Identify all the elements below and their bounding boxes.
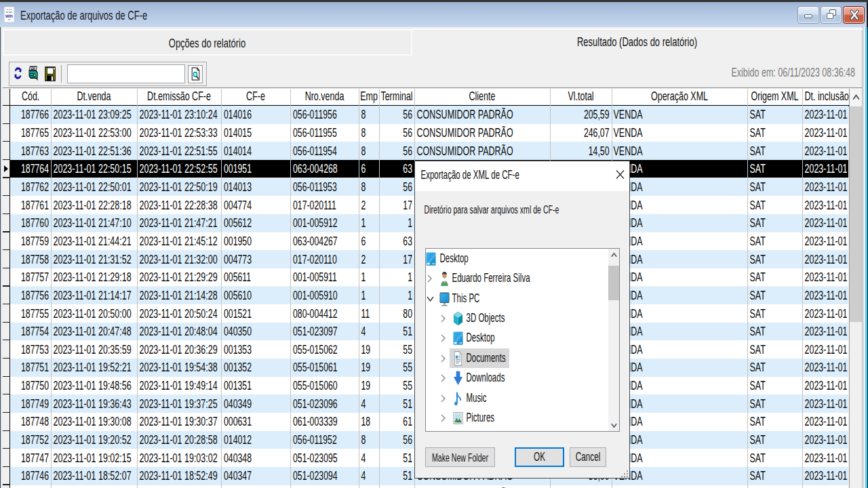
svg-text:win: win (5, 14, 13, 18)
